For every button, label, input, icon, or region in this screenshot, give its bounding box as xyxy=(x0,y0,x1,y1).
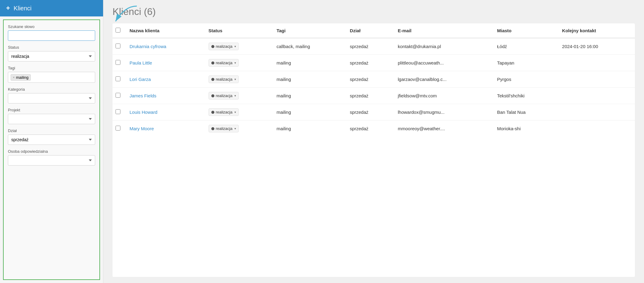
row-tags: mailing xyxy=(272,104,345,121)
status-badge[interactable]: realizacja ▾ xyxy=(209,125,239,132)
row-next-contact xyxy=(557,104,635,121)
status-badge[interactable]: realizacja ▾ xyxy=(209,108,239,116)
clients-table-container: Nazwa klienta Status Tagi Dział E-mail M… xyxy=(113,23,635,277)
row-name[interactable]: Drukarnia cyfrowa xyxy=(125,38,204,55)
table-row: Mary Moore realizacja ▾ mailing sprzedaż… xyxy=(113,121,635,137)
row-status: realizacja ▾ xyxy=(204,88,272,104)
status-text: realizacja xyxy=(216,110,233,114)
status-dropdown-icon: ▾ xyxy=(234,94,236,97)
row-city: Łódź xyxy=(492,38,557,55)
status-text: realizacja xyxy=(216,126,233,131)
clients-table: Nazwa klienta Status Tagi Dział E-mail M… xyxy=(113,23,635,137)
status-select[interactable]: realizacja nowy zakończony xyxy=(8,51,95,61)
row-checkbox[interactable] xyxy=(116,93,120,98)
tag-badge[interactable]: × mailing xyxy=(11,74,31,81)
page-header: Klienci (6) xyxy=(113,6,635,17)
status-badge[interactable]: realizacja ▾ xyxy=(209,43,239,50)
sidebar-header[interactable]: + Klienci xyxy=(0,0,103,16)
status-dot-icon xyxy=(211,127,214,130)
tag-remove-icon[interactable]: × xyxy=(13,75,15,79)
tags-container[interactable]: × mailing xyxy=(8,72,95,83)
row-email: mmooreoy@weather.... xyxy=(393,121,492,137)
status-dropdown-icon: ▾ xyxy=(234,78,236,81)
row-status: realizacja ▾ xyxy=(204,38,272,55)
arrow-annotation xyxy=(106,3,143,29)
row-checkbox-cell xyxy=(113,88,125,104)
table-body: Drukarnia cyfrowa realizacja ▾ callback,… xyxy=(113,38,635,137)
row-name[interactable]: Lori Garza xyxy=(125,71,204,88)
status-text: realizacja xyxy=(216,44,233,49)
responsible-select[interactable] xyxy=(8,155,95,166)
arrow-svg xyxy=(106,3,143,27)
status-dropdown-icon: ▾ xyxy=(234,45,236,48)
row-tags: mailing xyxy=(272,121,345,137)
department-select[interactable]: sprzedaż marketing IT xyxy=(8,135,95,145)
row-status: realizacja ▾ xyxy=(204,104,272,121)
row-checkbox[interactable] xyxy=(116,76,120,81)
status-dot-icon xyxy=(211,61,214,65)
status-group: Status realizacja nowy zakończony xyxy=(8,45,95,61)
status-badge[interactable]: realizacja ▾ xyxy=(209,92,239,100)
plus-icon: + xyxy=(6,4,10,12)
row-department: sprzedaż xyxy=(345,38,393,55)
status-badge[interactable]: realizacja ▾ xyxy=(209,75,239,83)
category-group: Kategoria xyxy=(8,87,95,103)
main-content: Klienci (6) Nazwa klienta Status Tagi Dz… xyxy=(103,0,644,283)
row-next-contact xyxy=(557,71,635,88)
status-text: realizacja xyxy=(216,77,233,82)
search-group: Szukane słowo xyxy=(8,24,95,41)
row-checkbox[interactable] xyxy=(116,109,120,114)
row-name[interactable]: Paula Little xyxy=(125,55,204,71)
row-email: lhowardox@smugmu... xyxy=(393,104,492,121)
row-checkbox-cell xyxy=(113,121,125,137)
table-header: Nazwa klienta Status Tagi Dział E-mail M… xyxy=(113,23,635,38)
row-email: jfieldsow@mtv.com xyxy=(393,88,492,104)
row-email: lgarzaov@canalblog.c... xyxy=(393,71,492,88)
row-checkbox-cell xyxy=(113,38,125,55)
row-department: sprzedaż xyxy=(345,71,393,88)
row-city: Tekstil'shchiki xyxy=(492,88,557,104)
row-email: plittleou@accuweath... xyxy=(393,55,492,71)
department-group: Dział sprzedaż marketing IT xyxy=(8,128,95,145)
row-name[interactable]: Louis Howard xyxy=(125,104,204,121)
col-tags: Tagi xyxy=(272,23,345,38)
row-next-contact xyxy=(557,88,635,104)
row-checkbox[interactable] xyxy=(116,44,120,48)
table-row: Paula Little realizacja ▾ mailing sprzed… xyxy=(113,55,635,71)
status-dot-icon xyxy=(211,45,214,48)
search-input[interactable] xyxy=(8,30,95,41)
row-checkbox-cell xyxy=(113,104,125,121)
row-checkbox[interactable] xyxy=(116,126,120,131)
status-dot-icon xyxy=(211,111,214,114)
status-badge[interactable]: realizacja ▾ xyxy=(209,59,239,67)
row-department: sprzedaż xyxy=(345,104,393,121)
header-row: Nazwa klienta Status Tagi Dział E-mail M… xyxy=(113,23,635,38)
status-dropdown-icon: ▾ xyxy=(234,110,236,114)
col-next-contact: Kolejny kontakt xyxy=(557,23,635,38)
row-city: Tapayan xyxy=(492,55,557,71)
row-email: kontakt@drukarnia.pl xyxy=(393,38,492,55)
status-dropdown-icon: ▾ xyxy=(234,127,236,130)
status-dot-icon xyxy=(211,94,214,97)
table-row: James Fields realizacja ▾ mailing sprzed… xyxy=(113,88,635,104)
project-select[interactable] xyxy=(8,114,95,124)
responsible-label: Osoba odpowiedzialna xyxy=(8,149,95,154)
category-select[interactable] xyxy=(8,93,95,103)
row-city: Morioka-shi xyxy=(492,121,557,137)
table-row: Louis Howard realizacja ▾ mailing sprzed… xyxy=(113,104,635,121)
col-city: Miasto xyxy=(492,23,557,38)
row-name[interactable]: James Fields xyxy=(125,88,204,104)
project-group: Projekt xyxy=(8,108,95,124)
table-row: Lori Garza realizacja ▾ mailing sprzedaż… xyxy=(113,71,635,88)
department-label: Dział xyxy=(8,128,95,133)
row-tags: mailing xyxy=(272,88,345,104)
tags-label: Tagi xyxy=(8,66,95,70)
row-department: sprzedaż xyxy=(345,55,393,71)
row-checkbox[interactable] xyxy=(116,60,120,65)
row-tags: mailing xyxy=(272,55,345,71)
row-name[interactable]: Mary Moore xyxy=(125,121,204,137)
filter-panel: Szukane słowo Status realizacja nowy zak… xyxy=(3,19,100,280)
tag-value: mailing xyxy=(16,75,28,80)
responsible-group: Osoba odpowiedzialna xyxy=(8,149,95,166)
status-dot-icon xyxy=(211,78,214,81)
